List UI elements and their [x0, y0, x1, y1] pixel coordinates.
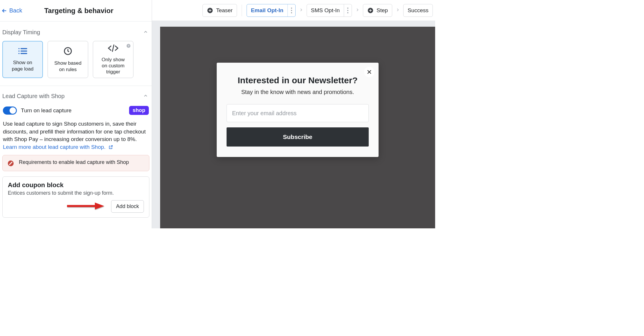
svg-text:?: ?: [128, 44, 129, 47]
step-label: Teaser: [216, 7, 233, 14]
newsletter-popup: Interested in our Newsletter? Stay in th…: [217, 63, 379, 157]
lead-desc-text: Use lead capture to sign Shop customers …: [3, 121, 146, 142]
popup-close-button[interactable]: [364, 67, 375, 77]
chevron-right-icon: [396, 8, 400, 13]
coupon-desc: Entices customers to submit the sign-up …: [8, 190, 144, 196]
subscribe-button[interactable]: Subscribe: [227, 127, 369, 147]
list-icon: [18, 47, 28, 57]
add-block-button[interactable]: Add block: [111, 200, 144, 213]
step-success[interactable]: Success: [403, 4, 433, 17]
arrow-left-icon: [1, 8, 8, 14]
warning-text: Requirements to enable lead capture with…: [19, 159, 129, 167]
lead-toggle-row: Turn on lead capture shop: [2, 104, 149, 117]
svg-point-19: [347, 12, 348, 13]
option-show-based-on-rules[interactable]: Show based on rules: [48, 41, 88, 78]
section-head-lead-capture[interactable]: Lead Capture with Shop: [2, 89, 149, 104]
clock-icon: [63, 46, 73, 57]
svg-point-14: [291, 8, 292, 9]
svg-point-17: [347, 8, 348, 9]
section-head-display-timing[interactable]: Display Timing: [2, 25, 149, 40]
lead-capture-description: Use lead capture to sign Shop customers …: [2, 117, 149, 151]
step-add-step[interactable]: Step: [363, 4, 392, 17]
page-title: Targeting & behavior: [44, 7, 113, 15]
option-label: Show on page load: [12, 59, 34, 72]
step-teaser[interactable]: Teaser: [202, 4, 237, 17]
back-label: Back: [9, 7, 22, 14]
step-menu-button[interactable]: [344, 4, 349, 17]
svg-point-16: [291, 12, 292, 13]
section-display-timing: Display Timing Show on page load Show ba: [0, 21, 152, 86]
svg-point-0: [18, 48, 19, 49]
option-custom-trigger[interactable]: ? Only show on custom trigger: [93, 41, 133, 78]
settings-sidebar: Back Targeting & behavior Display Timing…: [0, 0, 152, 228]
plus-circle-icon: [207, 7, 213, 14]
help-icon[interactable]: ?: [126, 44, 131, 48]
chevron-up-icon: [143, 93, 148, 100]
requirements-warning[interactable]: Requirements to enable lead capture with…: [2, 155, 149, 171]
toggle-label: Turn on lead capture: [21, 107, 72, 114]
back-button[interactable]: Back: [0, 7, 22, 14]
option-show-on-page-load[interactable]: Show on page load: [2, 41, 43, 78]
lead-capture-toggle[interactable]: [3, 106, 17, 115]
preview-frame: Interested in our Newsletter? Stay in th…: [160, 27, 435, 228]
sidebar-header: Back Targeting & behavior: [0, 0, 152, 21]
external-link-icon: [108, 145, 113, 149]
divider: [242, 5, 242, 16]
preview-canvas: Interested in our Newsletter? Stay in th…: [152, 21, 435, 228]
section-title: Display Timing: [2, 29, 40, 36]
learn-more-text: Learn more about lead capture with Shop.: [3, 144, 106, 150]
chevron-right-icon: [299, 8, 303, 13]
svg-point-18: [347, 10, 348, 11]
section-title: Lead Capture with Shop: [2, 93, 65, 100]
step-label: Step: [377, 7, 388, 14]
arrow-annotation-icon: [66, 202, 105, 210]
option-label: Only show on custom trigger: [102, 57, 124, 75]
learn-more-link[interactable]: Learn more about lead capture with Shop.: [3, 144, 113, 150]
popup-title: Interested in our Newsletter?: [227, 75, 369, 85]
svg-point-2: [18, 50, 19, 52]
option-label: Show based on rules: [54, 60, 82, 73]
main-panel: Teaser Email Opt-In SMS Opt-In Step: [152, 0, 435, 228]
step-label: SMS Opt-In: [311, 7, 340, 14]
svg-point-15: [291, 10, 292, 11]
code-icon: [107, 44, 119, 54]
step-email-optin[interactable]: Email Opt-In: [247, 4, 296, 17]
chevron-right-icon: [355, 8, 359, 13]
step-sms-optin[interactable]: SMS Opt-In: [307, 4, 352, 17]
step-menu-button[interactable]: [287, 4, 292, 17]
chevron-up-icon: [143, 29, 148, 36]
coupon-title: Add coupon block: [8, 181, 144, 189]
close-icon: [366, 69, 372, 75]
shop-badge: shop: [129, 106, 149, 115]
email-input[interactable]: [227, 104, 369, 122]
step-bar: Teaser Email Opt-In SMS Opt-In Step: [152, 0, 435, 21]
coupon-block-card: Add coupon block Entices customers to su…: [2, 176, 149, 218]
block-icon: [7, 160, 14, 167]
timing-options: Show on page load Show based on rules ?: [2, 40, 149, 80]
step-label: Email Opt-In: [251, 7, 283, 14]
popup-subtitle: Stay in the know with news and promotion…: [227, 89, 369, 95]
section-lead-capture: Lead Capture with Shop Turn on lead capt…: [0, 86, 152, 223]
plus-circle-icon: [367, 7, 374, 14]
step-label: Success: [408, 7, 428, 14]
svg-point-4: [18, 53, 19, 54]
svg-marker-12: [95, 203, 104, 209]
